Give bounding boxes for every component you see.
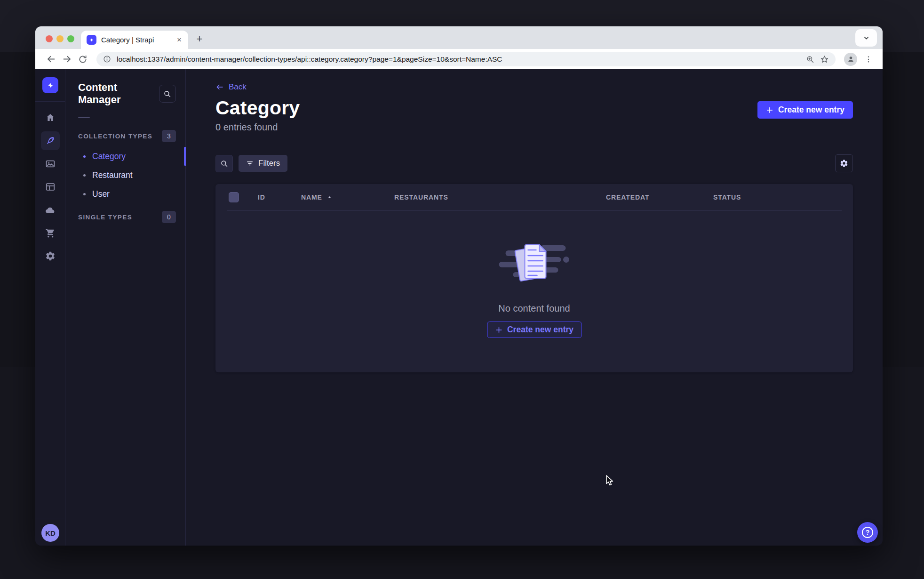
reload-icon[interactable]	[75, 51, 91, 67]
tab-close-icon[interactable]: ×	[176, 35, 183, 45]
new-tab-button[interactable]: +	[192, 32, 207, 46]
select-all-checkbox[interactable]	[229, 192, 239, 202]
content-manager-icon[interactable]	[41, 131, 60, 150]
settings-gear-icon[interactable]	[41, 247, 60, 265]
single-types-label: SINGLE TYPES	[78, 214, 132, 221]
sort-asc-icon	[327, 194, 333, 201]
collection-types-label: COLLECTION TYPES	[78, 133, 152, 140]
main-content: Back Category 0 entries found Create new…	[186, 69, 883, 546]
browser-tab-strip: Category | Strapi × +	[35, 26, 883, 49]
strapi-admin: KD Content Manager COLLECTION TYPES 3 Ca…	[35, 69, 883, 546]
sidebar-divider	[78, 117, 90, 118]
table-header-row: ID NAME RESTAURANTS CREATEDAT STATUS	[215, 184, 853, 210]
user-avatar[interactable]: KD	[41, 524, 59, 542]
sidebar-item-restaurant[interactable]: Restaurant	[65, 166, 185, 185]
single-types-count-badge: 0	[162, 211, 176, 223]
column-header-restaurants[interactable]: RESTAURANTS	[394, 193, 448, 201]
filter-icon	[246, 160, 254, 167]
minimize-window-button[interactable]	[56, 35, 64, 42]
browser-profile-icon[interactable]	[844, 53, 857, 66]
sidebar-item-label: Restaurant	[92, 170, 133, 180]
mouse-cursor	[605, 475, 615, 486]
no-content-illustration	[499, 243, 570, 286]
sidebar-item-label: Category	[92, 152, 126, 161]
search-entries-button[interactable]	[215, 155, 233, 172]
entries-table: ID NAME RESTAURANTS CREATEDAT STATUS	[215, 184, 853, 372]
strapi-logo[interactable]	[42, 77, 58, 93]
content-type-builder-icon[interactable]	[41, 177, 60, 196]
empty-message: No content found	[498, 303, 570, 314]
site-info-icon[interactable]	[103, 55, 111, 63]
url-bar[interactable]: localhost:1337/admin/content-manager/col…	[96, 52, 836, 66]
tab-title: Category | Strapi	[101, 36, 171, 44]
back-link[interactable]: Back	[215, 82, 247, 92]
close-window-button[interactable]	[46, 35, 53, 42]
zoom-page-icon[interactable]	[806, 55, 814, 64]
create-new-entry-button[interactable]: Create new entry	[757, 101, 853, 119]
entries-count: 0 entries found	[215, 122, 300, 133]
bullet-icon	[83, 155, 86, 158]
help-button[interactable]: ?	[857, 522, 878, 543]
sidebar-item-user[interactable]: User	[65, 185, 185, 203]
gear-icon	[840, 159, 848, 168]
nav-bottom-divider	[35, 518, 65, 518]
bookmark-star-icon[interactable]	[820, 55, 829, 64]
maximize-window-button[interactable]	[67, 35, 74, 42]
column-header-id[interactable]: ID	[258, 193, 265, 201]
primary-nav: KD	[35, 69, 65, 546]
cloud-icon[interactable]	[41, 201, 60, 219]
strapi-favicon-icon	[87, 35, 96, 45]
view-settings-button[interactable]	[835, 154, 853, 172]
search-icon	[220, 160, 228, 168]
plus-icon	[766, 106, 773, 114]
sidebar-search-button[interactable]	[159, 85, 176, 103]
header-divider	[227, 210, 842, 211]
empty-create-new-entry-button[interactable]: Create new entry	[487, 322, 581, 338]
browser-window: Category | Strapi × + localhost:1337/adm…	[35, 26, 883, 546]
media-library-icon[interactable]	[41, 154, 60, 173]
single-types-section: SINGLE TYPES 0	[65, 211, 185, 223]
column-header-status[interactable]: STATUS	[713, 193, 741, 201]
forward-nav-icon[interactable]	[59, 51, 75, 67]
column-header-createdat[interactable]: CREATEDAT	[606, 193, 649, 201]
sidebar-item-category[interactable]: Category	[65, 147, 185, 166]
collection-types-count-badge: 3	[162, 130, 176, 142]
column-header-name[interactable]: NAME	[301, 193, 333, 201]
bullet-icon	[83, 174, 86, 177]
content-manager-sidebar: Content Manager COLLECTION TYPES 3 Categ…	[65, 69, 186, 546]
browser-toolbar: localhost:1337/admin/content-manager/col…	[35, 49, 883, 69]
browser-menu-icon[interactable]	[862, 55, 875, 64]
bullet-icon	[83, 193, 86, 195]
home-icon[interactable]	[41, 108, 60, 127]
page-title: Category	[215, 97, 300, 119]
sidebar-item-label: User	[92, 189, 110, 199]
back-nav-icon[interactable]	[43, 51, 59, 67]
url-text: localhost:1337/admin/content-manager/col…	[117, 55, 800, 64]
marketplace-cart-icon[interactable]	[41, 224, 60, 242]
nav-divider	[35, 101, 65, 102]
question-mark-icon: ?	[862, 527, 873, 538]
collection-types-section: COLLECTION TYPES 3	[65, 130, 185, 142]
filters-button[interactable]: Filters	[239, 155, 287, 172]
browser-tab[interactable]: Category | Strapi ×	[81, 31, 188, 49]
empty-state: No content found Create new entry	[487, 243, 581, 338]
back-arrow-icon	[215, 83, 224, 91]
plus-icon	[495, 326, 502, 334]
window-controls	[46, 35, 74, 42]
sidebar-title: Content Manager	[78, 81, 159, 106]
tab-search-chevron-icon[interactable]	[855, 29, 877, 47]
